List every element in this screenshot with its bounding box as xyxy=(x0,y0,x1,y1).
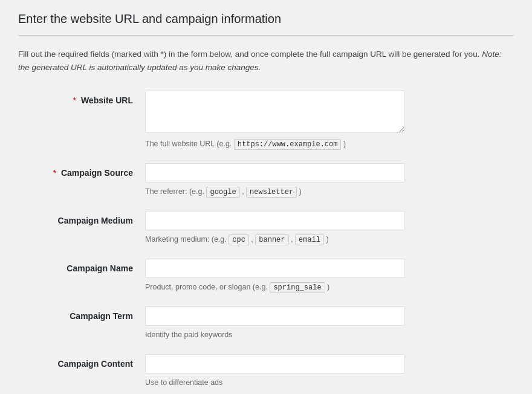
hint-code-banner: banner xyxy=(255,234,288,245)
form-row-campaign-term: Campaign Term Identify the paid keywords xyxy=(18,306,514,341)
label-campaign-name: Campaign Name xyxy=(18,259,145,273)
campaign-name-input[interactable] xyxy=(145,259,405,278)
hint-campaign-medium: Marketing medium: (e.g. cpc , banner , e… xyxy=(145,234,514,245)
form-row-campaign-content: Campaign Content Use to differentiate ad… xyxy=(18,354,514,389)
form-row-campaign-source: * Campaign Source The referrer: (e.g. go… xyxy=(18,163,514,198)
page-container: Enter the website URL and campaign infor… xyxy=(0,0,532,394)
form-container: * Website URL The full website URL (e.g.… xyxy=(18,91,514,389)
field-cell-campaign-medium: Marketing medium: (e.g. cpc , banner , e… xyxy=(145,211,514,245)
required-star: * xyxy=(73,95,76,105)
form-row-campaign-name: Campaign Name Product, promo code, or sl… xyxy=(18,259,514,293)
hint-website-url: The full website URL (e.g. https://www.e… xyxy=(145,138,514,150)
required-star-source: * xyxy=(53,168,56,178)
form-row-campaign-medium: Campaign Medium Marketing medium: (e.g. … xyxy=(18,211,514,245)
label-campaign-content: Campaign Content xyxy=(18,354,145,369)
field-cell-campaign-name: Product, promo code, or slogan (e.g. spr… xyxy=(145,259,514,293)
field-cell-campaign-term: Identify the paid keywords xyxy=(145,306,514,341)
hint-code-spring-sale: spring_sale xyxy=(270,282,325,293)
hint-campaign-term: Identify the paid keywords xyxy=(145,329,514,341)
label-campaign-term: Campaign Term xyxy=(18,306,145,321)
campaign-term-input[interactable] xyxy=(145,306,405,326)
intro-text: Fill out the required fields (marked wit… xyxy=(18,48,514,74)
field-cell-campaign-source: The referrer: (e.g. google , newsletter … xyxy=(145,163,514,198)
hint-code-newsletter: newsletter xyxy=(246,187,297,198)
label-campaign-source: * Campaign Source xyxy=(18,163,145,178)
intro-main: Fill out the required fields (marked wit… xyxy=(18,50,479,59)
field-cell-website-url: The full website URL (e.g. https://www.e… xyxy=(145,91,514,150)
label-campaign-medium: Campaign Medium xyxy=(18,211,145,225)
label-website-url: * Website URL xyxy=(18,91,145,105)
hint-campaign-name: Product, promo code, or slogan (e.g. spr… xyxy=(145,282,514,293)
hint-campaign-source: The referrer: (e.g. google , newsletter … xyxy=(145,186,514,198)
hint-campaign-content: Use to differentiate ads xyxy=(145,377,514,389)
campaign-content-input[interactable] xyxy=(145,354,405,373)
hint-code-email: email xyxy=(295,234,324,245)
hint-code-google: google xyxy=(206,187,239,198)
page-title: Enter the website URL and campaign infor… xyxy=(18,12,514,36)
hint-code-example-com: https://www.example.com xyxy=(234,139,342,150)
form-row-website-url: * Website URL The full website URL (e.g.… xyxy=(18,91,514,150)
campaign-source-input[interactable] xyxy=(145,163,405,182)
website-url-input[interactable] xyxy=(145,91,405,133)
field-cell-campaign-content: Use to differentiate ads xyxy=(145,354,514,389)
hint-code-cpc: cpc xyxy=(229,234,249,245)
campaign-medium-input[interactable] xyxy=(145,211,405,230)
